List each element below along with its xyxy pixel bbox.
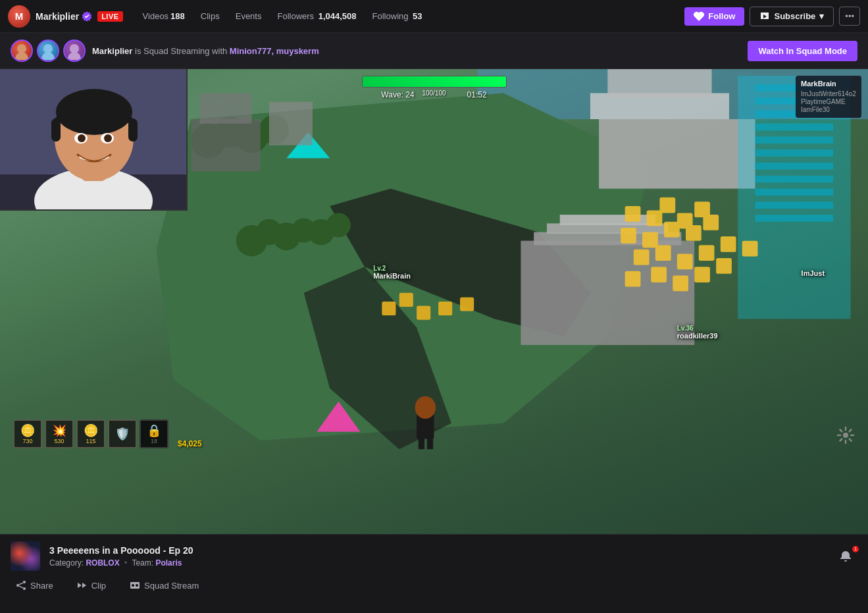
main-content: 100/100 Wave: 24 01:52 MarkBrain ImJustW… [0,69,868,613]
svg-point-1 [15,52,28,60]
svg-rect-30 [755,136,834,144]
svg-rect-57 [625,271,641,287]
svg-point-0 [17,44,26,53]
svg-point-81 [326,213,351,237]
squad-watch-button[interactable]: Squad Stream [124,577,204,593]
hud-item-2: 💥 530 [45,419,74,448]
svg-rect-32 [755,163,834,170]
svg-rect-86 [191,119,261,171]
squad-partner2: muyskerm [276,46,319,56]
hud-item-4: 🛡️ [108,419,137,448]
svg-rect-41 [625,206,641,222]
svg-rect-88 [269,102,313,146]
svg-point-94 [16,584,19,587]
svg-line-97 [19,586,23,588]
svg-rect-35 [755,201,834,209]
svg-rect-23 [607,69,711,97]
channel-avatar[interactable]: M [8,5,30,28]
nav-links: Videos188 Clips Events Followers 1,044,5… [136,9,429,24]
svg-rect-56 [742,241,758,257]
notification-button[interactable]: 1 [834,547,857,566]
more-options-button[interactable]: ••• [839,7,860,26]
svg-rect-53 [677,253,693,269]
squad-avatar-minion777[interactable] [37,40,59,62]
svg-rect-48 [664,222,680,238]
svg-point-3 [41,52,55,60]
clip-button[interactable]: Clip [72,577,111,593]
svg-rect-36 [755,215,834,222]
video-player[interactable]: 100/100 Wave: 24 01:52 MarkBrain ImJustW… [0,69,868,534]
svg-point-5 [68,52,81,60]
stream-bottom-bar: 3 Peeeeens in a Poooood - Ep 20 Category… [0,534,868,613]
character-label-imjust: ImJust [802,269,825,277]
svg-point-17 [104,134,112,142]
svg-point-16 [78,134,86,142]
hud-item-1: 🪙 730 [13,419,42,448]
share-button[interactable]: Share [11,577,59,593]
stream-thumbnail [11,541,40,571]
character-label-markibrain: Lv.2 MarkiBrain [373,265,411,280]
health-bar [363,76,506,87]
svg-rect-63 [399,293,413,307]
svg-rect-42 [647,211,663,227]
svg-rect-62 [382,302,396,315]
stream-details: 3 Peeeeens in a Poooood - Ep 20 Category… [49,545,825,568]
notification-count: 1 [852,546,859,552]
nav-followers[interactable]: Followers 1,044,508 [270,9,363,24]
stream-category[interactable]: ROBLOX [86,558,119,568]
svg-rect-29 [755,124,834,131]
svg-rect-64 [417,306,430,320]
watch-squad-mode-button[interactable]: Watch In Squad Mode [748,41,857,61]
svg-rect-46 [621,228,636,244]
svg-rect-34 [755,189,834,196]
squad-avatars [11,40,86,62]
hud-item-locked: 🔒 18 [140,419,168,448]
svg-point-99 [132,584,134,587]
video-section: 100/100 Wave: 24 01:52 MarkBrain ImJustW… [0,69,868,613]
nav-events[interactable]: Events [229,9,268,24]
svg-rect-72 [427,436,433,449]
nav-following[interactable]: Following 53 [366,9,429,24]
health-bar-container [362,76,507,88]
hud-bottom-items: 🪙 730 💥 530 🪙 115 🛡️ 🔒 18 [13,419,202,448]
svg-rect-59 [673,275,688,291]
nav-clips[interactable]: Clips [194,9,226,24]
svg-rect-55 [721,236,736,252]
squad-partner1: Minion777 [230,46,272,56]
scoreboard-row: PlaytimeGAME [801,98,856,105]
squad-avatar-markiplier[interactable] [11,40,33,62]
svg-point-100 [136,584,138,587]
live-badge: LIVE [97,11,122,22]
stream-team[interactable]: Polaris [155,558,182,568]
stream-title: 3 Peeeeens in a Poooood - Ep 20 [49,545,825,556]
svg-rect-87 [199,93,251,123]
svg-rect-31 [755,149,834,157]
webcam-overlay [0,69,188,211]
svg-rect-47 [642,232,658,248]
svg-rect-51 [634,250,650,265]
svg-rect-33 [755,176,834,183]
follow-button[interactable]: Follow [684,7,744,26]
svg-rect-65 [438,302,452,315]
scoreboard-mini: MarkBrain ImJustWriter614o2 PlaytimeGAME… [796,76,861,118]
hud-gold-display: $4,025 [178,439,202,448]
subscribe-button[interactable]: Subscribe ▾ [750,7,834,26]
notification-wrapper: 1 [834,547,857,566]
svg-rect-60 [694,267,710,282]
hud-settings-icon[interactable] [836,426,855,448]
scoreboard-header: MarkBrain [801,80,856,88]
character-label-roadkiller39: Lv.36 roadkiller39 [677,325,718,340]
svg-rect-40 [560,215,655,225]
scoreboard-row: ImJustWriter614o2 [801,90,856,97]
svg-rect-38 [534,232,681,245]
top-navigation: M Markiplier LIVE Videos188 Clips Events… [0,0,868,33]
squad-avatar-muyskerm[interactable] [63,40,86,62]
stream-meta: Category: ROBLOX • Team: Polaris [49,558,825,568]
channel-name[interactable]: Markiplier [36,11,79,22]
nav-videos[interactable]: Videos188 [136,9,191,24]
squad-streaming-bar: Markiplier is Squad Streaming with Minio… [0,33,868,69]
hud-item-3: 🪙 115 [76,419,105,448]
nav-actions: Follow Subscribe ▾ ••• [684,7,860,26]
svg-rect-58 [651,267,667,282]
svg-rect-71 [419,436,424,449]
